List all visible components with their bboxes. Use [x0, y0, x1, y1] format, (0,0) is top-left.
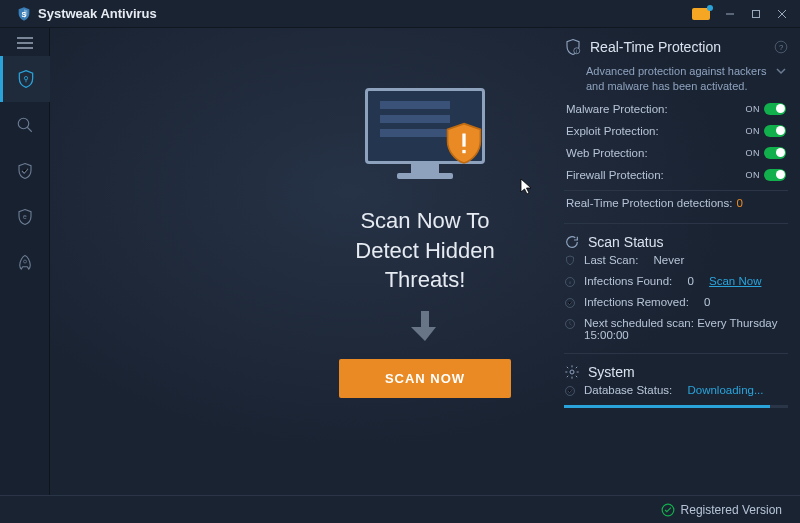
toggle-malware[interactable] — [764, 103, 786, 115]
db-status-value: Downloading... — [687, 384, 763, 396]
maximize-button[interactable] — [744, 4, 768, 24]
help-icon[interactable]: ? — [774, 40, 788, 54]
detections-row: Real-Time Protection detections: 0 — [564, 190, 788, 215]
realtime-subtitle: Advanced protection against hackers and … — [586, 64, 784, 94]
toggle-firewall[interactable] — [764, 169, 786, 181]
app-logo-icon: S — [16, 6, 32, 22]
scan-now-button[interactable]: SCAN NOW — [339, 359, 511, 398]
realtime-title: Real-Time Protection — [590, 39, 721, 55]
clock-icon — [564, 318, 578, 330]
refresh-icon — [564, 234, 580, 250]
svg-text:S: S — [22, 9, 27, 18]
system-section: System Database Status: Downloading... — [564, 353, 788, 416]
svg-point-15 — [570, 370, 574, 374]
title-bar: S Systweak Antivirus — [0, 0, 800, 28]
minimize-button[interactable] — [718, 4, 742, 24]
shield-check-icon — [564, 255, 578, 267]
svg-text:i: i — [576, 49, 577, 54]
toggle-row-web: Web Protection: ON — [564, 142, 788, 164]
svg-text:e: e — [23, 213, 27, 220]
scan-status-title: Scan Status — [588, 234, 664, 250]
infections-found-row: Infections Found: 0 Scan Now — [564, 271, 788, 292]
main-content: Scan Now To Detect Hidden Threats! SCAN … — [50, 28, 800, 495]
svg-rect-6 — [462, 134, 465, 147]
toggle-web[interactable] — [764, 147, 786, 159]
registered-label: Registered Version — [681, 503, 782, 517]
info-icon — [564, 276, 578, 288]
footer: Registered Version — [0, 495, 800, 523]
svg-point-5 — [23, 260, 26, 263]
check-icon — [661, 503, 675, 517]
toggle-row-exploit: Exploit Protection: ON — [564, 120, 788, 142]
svg-rect-1 — [753, 10, 760, 17]
database-status-row: Database Status: Downloading... — [564, 380, 788, 401]
scan-now-link[interactable]: Scan Now — [709, 275, 761, 287]
sidebar-item-quarantine[interactable]: e — [0, 194, 50, 240]
sidebar-item-protection[interactable] — [0, 148, 50, 194]
hamburger-menu[interactable] — [0, 30, 50, 56]
scan-status-section: Scan Status Last Scan: Never Infections … — [564, 223, 788, 353]
next-scan-row: Next scheduled scan: Every Thursday 15:0… — [564, 313, 788, 345]
monitor-illustration — [360, 88, 490, 188]
toggle-row-firewall: Firewall Protection: ON — [564, 164, 788, 186]
last-scan-row: Last Scan: Never — [564, 250, 788, 271]
realtime-section: i Real-Time Protection ? Advanced protec… — [564, 38, 788, 223]
download-progress — [564, 405, 788, 408]
arrow-down-icon — [411, 309, 439, 343]
close-button[interactable] — [770, 4, 794, 24]
check-circle-icon — [564, 385, 578, 397]
sidebar: e — [0, 28, 50, 495]
app-title: Systweak Antivirus — [38, 6, 157, 21]
check-circle-icon — [564, 297, 578, 309]
system-title: System — [588, 364, 635, 380]
chevron-down-icon[interactable] — [776, 66, 786, 76]
svg-rect-7 — [462, 150, 465, 153]
alert-shield-icon — [444, 122, 484, 168]
hero-heading: Scan Now To Detect Hidden Threats! — [355, 206, 494, 295]
svg-point-2 — [24, 77, 27, 80]
svg-text:?: ? — [779, 43, 783, 52]
toggle-row-malware: Malware Protection: ON — [564, 98, 788, 120]
shield-info-icon: i — [564, 38, 582, 56]
status-panel: i Real-Time Protection ? Advanced protec… — [560, 38, 800, 416]
toggle-exploit[interactable] — [764, 125, 786, 137]
notification-badge-icon[interactable] — [692, 8, 710, 20]
infections-removed-row: Infections Removed: 0 — [564, 292, 788, 313]
gear-icon — [564, 364, 580, 380]
svg-point-3 — [18, 118, 29, 129]
sidebar-item-scan[interactable] — [0, 102, 50, 148]
sidebar-item-home[interactable] — [0, 56, 50, 102]
sidebar-item-boost[interactable] — [0, 240, 50, 286]
